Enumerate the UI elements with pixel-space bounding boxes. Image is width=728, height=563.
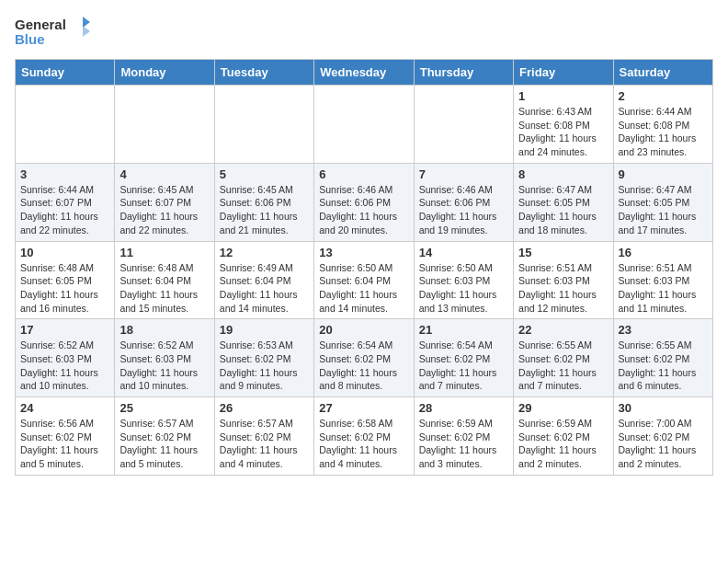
calendar-day-cell: 9Sunrise: 6:47 AM Sunset: 6:05 PM Daylig… [613,163,712,241]
svg-text:Blue: Blue [15,31,45,47]
day-info: Sunrise: 6:44 AM Sunset: 6:07 PM Dayligh… [20,183,109,237]
calendar-day-cell: 22Sunrise: 6:55 AM Sunset: 6:02 PM Dayli… [514,319,613,397]
day-info: Sunrise: 6:47 AM Sunset: 6:05 PM Dayligh… [619,183,708,237]
day-number: 3 [20,167,109,181]
calendar-week-row: 3Sunrise: 6:44 AM Sunset: 6:07 PM Daylig… [16,163,713,241]
day-number: 18 [119,323,209,337]
calendar-day-header: Sunday [16,60,115,86]
calendar-day-cell: 11Sunrise: 6:48 AM Sunset: 6:04 PM Dayli… [115,241,214,319]
calendar-day-cell [414,86,513,164]
day-info: Sunrise: 6:43 AM Sunset: 6:08 PM Dayligh… [518,105,608,159]
day-info: Sunrise: 6:51 AM Sunset: 6:03 PM Dayligh… [619,261,708,316]
calendar-day-cell: 2Sunrise: 6:44 AM Sunset: 6:08 PM Daylig… [613,86,712,164]
day-number: 8 [518,167,608,181]
calendar-day-cell: 18Sunrise: 6:52 AM Sunset: 6:03 PM Dayli… [115,319,214,397]
day-number: 2 [619,89,708,103]
calendar-day-cell: 29Sunrise: 6:59 AM Sunset: 6:02 PM Dayli… [514,397,613,476]
day-number: 20 [319,323,408,337]
calendar-day-cell: 26Sunrise: 6:57 AM Sunset: 6:02 PM Dayli… [214,397,313,476]
day-info: Sunrise: 6:49 AM Sunset: 6:04 PM Dayligh… [220,261,309,316]
calendar-day-cell: 5Sunrise: 6:45 AM Sunset: 6:06 PM Daylig… [214,163,313,241]
day-info: Sunrise: 6:54 AM Sunset: 6:02 PM Dayligh… [419,339,508,393]
day-number: 9 [619,167,708,181]
day-number: 30 [619,401,708,415]
day-info: Sunrise: 6:45 AM Sunset: 6:06 PM Dayligh… [220,183,309,237]
day-info: Sunrise: 6:46 AM Sunset: 6:06 PM Dayligh… [419,183,508,237]
calendar-day-cell [115,86,214,164]
calendar-day-header: Friday [514,60,613,86]
calendar-day-cell [214,86,313,164]
day-info: Sunrise: 6:55 AM Sunset: 6:02 PM Dayligh… [518,339,608,393]
calendar-day-header: Thursday [414,60,513,86]
calendar-day-cell: 17Sunrise: 6:52 AM Sunset: 6:03 PM Dayli… [16,319,115,397]
calendar-day-cell: 1Sunrise: 6:43 AM Sunset: 6:08 PM Daylig… [514,86,613,164]
calendar-day-header: Saturday [613,60,712,86]
day-number: 13 [319,246,408,259]
day-info: Sunrise: 7:00 AM Sunset: 6:02 PM Dayligh… [619,417,708,471]
logo-svg: General Blue [15,15,97,48]
day-number: 29 [518,401,608,415]
day-info: Sunrise: 6:59 AM Sunset: 6:02 PM Dayligh… [419,417,508,471]
day-info: Sunrise: 6:52 AM Sunset: 6:03 PM Dayligh… [119,339,209,393]
day-number: 26 [220,401,309,415]
day-number: 10 [20,246,109,259]
day-info: Sunrise: 6:48 AM Sunset: 6:04 PM Dayligh… [119,261,209,316]
svg-marker-3 [83,17,90,28]
day-info: Sunrise: 6:58 AM Sunset: 6:02 PM Dayligh… [319,417,408,471]
calendar-day-cell [314,86,414,164]
calendar-day-cell: 27Sunrise: 6:58 AM Sunset: 6:02 PM Dayli… [314,397,414,476]
calendar-day-cell: 20Sunrise: 6:54 AM Sunset: 6:02 PM Dayli… [314,319,414,397]
day-number: 5 [220,167,309,181]
day-number: 25 [119,401,209,415]
calendar-day-cell: 7Sunrise: 6:46 AM Sunset: 6:06 PM Daylig… [414,163,513,241]
day-info: Sunrise: 6:59 AM Sunset: 6:02 PM Dayligh… [518,417,608,471]
header: General Blue [15,15,713,48]
calendar-day-cell: 16Sunrise: 6:51 AM Sunset: 6:03 PM Dayli… [613,241,712,319]
calendar-day-header: Wednesday [314,60,414,86]
calendar-week-row: 24Sunrise: 6:56 AM Sunset: 6:02 PM Dayli… [16,397,713,476]
calendar-day-header: Tuesday [214,60,313,86]
day-info: Sunrise: 6:53 AM Sunset: 6:02 PM Dayligh… [220,339,309,393]
day-number: 27 [319,401,408,415]
calendar: SundayMondayTuesdayWednesdayThursdayFrid… [15,59,713,476]
calendar-day-cell: 13Sunrise: 6:50 AM Sunset: 6:04 PM Dayli… [314,241,414,319]
day-info: Sunrise: 6:57 AM Sunset: 6:02 PM Dayligh… [220,417,309,471]
day-number: 4 [119,167,209,181]
calendar-day-cell: 3Sunrise: 6:44 AM Sunset: 6:07 PM Daylig… [16,163,115,241]
calendar-week-row: 17Sunrise: 6:52 AM Sunset: 6:03 PM Dayli… [16,319,713,397]
day-number: 23 [619,323,708,337]
svg-marker-4 [83,26,90,37]
calendar-day-cell: 28Sunrise: 6:59 AM Sunset: 6:02 PM Dayli… [414,397,513,476]
day-info: Sunrise: 6:45 AM Sunset: 6:07 PM Dayligh… [119,183,209,237]
calendar-day-header: Monday [115,60,214,86]
day-number: 21 [419,323,508,337]
day-number: 16 [619,246,708,259]
day-info: Sunrise: 6:50 AM Sunset: 6:03 PM Dayligh… [419,261,508,316]
calendar-day-cell: 6Sunrise: 6:46 AM Sunset: 6:06 PM Daylig… [314,163,414,241]
day-number: 19 [220,323,309,337]
day-info: Sunrise: 6:50 AM Sunset: 6:04 PM Dayligh… [319,261,408,316]
day-info: Sunrise: 6:54 AM Sunset: 6:02 PM Dayligh… [319,339,408,393]
day-number: 17 [20,323,109,337]
calendar-day-cell: 25Sunrise: 6:57 AM Sunset: 6:02 PM Dayli… [115,397,214,476]
day-number: 12 [220,246,309,259]
day-number: 22 [518,323,608,337]
logo: General Blue [15,15,97,48]
calendar-day-cell [16,86,115,164]
calendar-week-row: 1Sunrise: 6:43 AM Sunset: 6:08 PM Daylig… [16,86,713,164]
day-info: Sunrise: 6:56 AM Sunset: 6:02 PM Dayligh… [20,417,109,471]
day-info: Sunrise: 6:47 AM Sunset: 6:05 PM Dayligh… [518,183,608,237]
calendar-day-cell: 19Sunrise: 6:53 AM Sunset: 6:02 PM Dayli… [214,319,313,397]
calendar-header-row: SundayMondayTuesdayWednesdayThursdayFrid… [16,60,713,86]
day-number: 7 [419,167,508,181]
day-number: 14 [419,246,508,259]
calendar-week-row: 10Sunrise: 6:48 AM Sunset: 6:05 PM Dayli… [16,241,713,319]
day-number: 11 [119,246,209,259]
day-info: Sunrise: 6:57 AM Sunset: 6:02 PM Dayligh… [119,417,209,471]
day-info: Sunrise: 6:52 AM Sunset: 6:03 PM Dayligh… [20,339,109,393]
day-number: 24 [20,401,109,415]
calendar-day-cell: 8Sunrise: 6:47 AM Sunset: 6:05 PM Daylig… [514,163,613,241]
calendar-day-cell: 23Sunrise: 6:55 AM Sunset: 6:02 PM Dayli… [613,319,712,397]
calendar-day-cell: 12Sunrise: 6:49 AM Sunset: 6:04 PM Dayli… [214,241,313,319]
day-info: Sunrise: 6:48 AM Sunset: 6:05 PM Dayligh… [20,261,109,316]
